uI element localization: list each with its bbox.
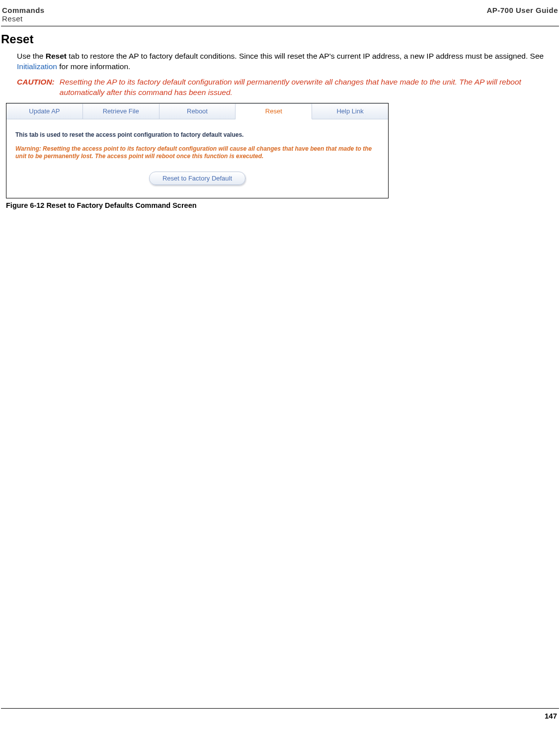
screenshot-figure: Update AP Retrieve File Reboot Reset Hel… bbox=[6, 103, 389, 198]
header-row: Commands Reset AP-700 User Guide bbox=[1, 6, 559, 25]
tab-description: This tab is used to reset the access poi… bbox=[15, 131, 379, 138]
intro-pre: Use the bbox=[17, 52, 46, 60]
tab-warning: Warning: Resetting the access point to i… bbox=[15, 145, 379, 161]
caution-block: CAUTION: Resetting the AP to its factory… bbox=[17, 77, 559, 98]
intro-mid: tab to restore the AP to factory default… bbox=[67, 52, 544, 60]
caution-text: Resetting the AP to its factory default … bbox=[60, 77, 559, 98]
tab-help-link[interactable]: Help Link bbox=[312, 103, 388, 119]
header-subsection: Reset bbox=[2, 14, 23, 23]
reset-button-row: Reset to Factory Default bbox=[15, 172, 379, 185]
tab-reset[interactable]: Reset bbox=[236, 103, 312, 119]
page-header: Commands Reset AP-700 User Guide bbox=[1, 0, 559, 26]
tab-update-ap[interactable]: Update AP bbox=[6, 103, 83, 119]
figure-caption: Figure 6-12 Reset to Factory Defaults Co… bbox=[6, 201, 560, 209]
tab-label: Update AP bbox=[29, 107, 60, 115]
header-rule bbox=[1, 26, 559, 26]
header-guide: AP-700 User Guide bbox=[486, 6, 558, 14]
initialization-link[interactable]: Initialization bbox=[17, 62, 57, 71]
caution-label: CAUTION: bbox=[17, 77, 60, 98]
tab-label: Reset bbox=[265, 107, 282, 115]
footer-rule bbox=[1, 708, 559, 709]
section-title: Reset bbox=[1, 32, 560, 46]
tab-bar: Update AP Retrieve File Reboot Reset Hel… bbox=[6, 103, 388, 119]
intro-paragraph: Use the Reset tab to restore the AP to f… bbox=[17, 51, 559, 72]
reset-to-factory-default-button[interactable]: Reset to Factory Default bbox=[149, 172, 245, 185]
page-footer: 147 bbox=[1, 707, 559, 720]
tab-retrieve-file[interactable]: Retrieve File bbox=[83, 103, 160, 119]
intro-post: for more information. bbox=[57, 62, 130, 71]
tab-label: Reboot bbox=[187, 107, 208, 115]
intro-bold: Reset bbox=[46, 52, 67, 60]
tab-label: Help Link bbox=[336, 107, 363, 115]
header-left: Commands Reset bbox=[2, 6, 45, 23]
page-number: 147 bbox=[1, 710, 559, 720]
header-section: Commands bbox=[2, 6, 45, 14]
tab-body: This tab is used to reset the access poi… bbox=[6, 119, 388, 198]
tab-reboot[interactable]: Reboot bbox=[160, 103, 236, 119]
tab-label: Retrieve File bbox=[103, 107, 139, 115]
